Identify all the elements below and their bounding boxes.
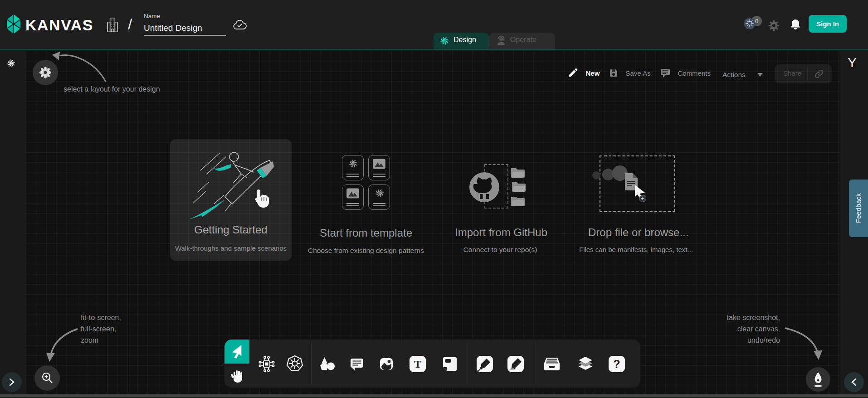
settings-gear-icon[interactable] (768, 20, 780, 31)
component-tool-button[interactable] (258, 355, 276, 373)
template-card[interactable] (305, 145, 427, 258)
chevron-left-icon (851, 378, 857, 386)
github-folder-icon-3 (511, 196, 526, 207)
layers-tool-button[interactable] (576, 355, 595, 373)
design-name-input[interactable]: Untitled Design (144, 23, 202, 33)
bottom-right-hint-text: take screenshot, clear canvas, undo/redo (697, 312, 780, 346)
shapes-tool-button[interactable] (318, 355, 336, 373)
notifications-bell-icon[interactable] (790, 19, 801, 30)
operate-tab-icon (496, 35, 507, 46)
share-link-icon (814, 70, 824, 78)
operate-tab-label: Operate (510, 36, 536, 44)
zoom-button[interactable] (34, 365, 60, 391)
github-subtitle: Connect to your repo(s) (455, 246, 546, 254)
getting-started-title: Getting Started (170, 223, 292, 236)
drop-circle-1 (592, 171, 600, 180)
tab-operate[interactable]: Operate (489, 33, 555, 49)
horizontal-scrollbar-thumb[interactable] (0, 394, 868, 397)
dock-divider-2 (468, 342, 468, 385)
drop-subtitle: Files can be manifests, images, text... (576, 246, 696, 253)
bottom-left-hint-text: fit-to-screen, full-screen, zoom (81, 312, 121, 346)
brand-wordmark: KANVAS (25, 16, 93, 34)
expand-left-panel-button[interactable] (2, 372, 22, 392)
feedback-label: Feedback (849, 180, 868, 237)
save-as-button[interactable]: Save As (609, 68, 651, 78)
text-tool-tile: T (410, 356, 426, 372)
pen-nib-icon (812, 371, 824, 388)
sketch-tool-button[interactable] (507, 355, 525, 373)
text-tool-button[interactable]: T (409, 355, 427, 373)
component-circuit-icon (258, 355, 276, 373)
share-divider (807, 67, 808, 81)
pan-tool-button[interactable] (224, 364, 249, 388)
shapes-icon (318, 355, 336, 373)
select-tool-button[interactable] (224, 340, 249, 364)
help-tool-button[interactable]: ? (608, 355, 626, 373)
actions-dropdown[interactable]: Actions (722, 70, 763, 79)
drop-title: Drop file or browse... (588, 226, 684, 239)
comments-button[interactable]: Comments (660, 68, 711, 78)
save-icon (609, 68, 618, 78)
new-pencil-icon (568, 68, 578, 78)
getting-started-subtitle: Walk-throughs and sample scenarios (170, 244, 292, 252)
template-subtitle: Choose from existing design patterns (296, 247, 436, 255)
hand-icon (230, 369, 244, 383)
pen-button[interactable] (806, 367, 830, 392)
kubernetes-tool-button[interactable] (286, 355, 304, 373)
kanvas-logo-icon[interactable] (5, 14, 22, 34)
help-tile: ? (609, 356, 625, 372)
layout-hint-arrow (48, 49, 109, 85)
dock-divider-1 (311, 342, 312, 385)
drawer-icon (543, 355, 561, 373)
template-thumb-1 (342, 155, 364, 180)
new-label: New (585, 69, 600, 77)
comments-icon (660, 68, 670, 78)
image-icon (377, 355, 395, 373)
kubernetes-wheel-icon (286, 355, 304, 373)
rocket-illustration (180, 144, 286, 219)
share-button[interactable]: Share (775, 64, 832, 83)
pen-tool-button[interactable] (476, 355, 494, 373)
template-thumb-2 (368, 155, 390, 180)
new-button[interactable]: New (568, 68, 600, 78)
share-label: Share (783, 69, 801, 77)
github-title: Import from GitHub (455, 226, 546, 239)
image-tool-button[interactable] (377, 355, 395, 373)
layout-hint-text: select a layout for your design (63, 85, 160, 93)
note-tool-button[interactable] (441, 355, 459, 373)
github-folder-icon-2 (512, 182, 527, 192)
organization-icon[interactable] (105, 17, 120, 33)
breadcrumb-separator: / (128, 15, 132, 33)
template-thumb-3 (342, 184, 364, 210)
sign-in-label: Sign In (816, 20, 839, 28)
pen-hint-arrow (781, 323, 823, 363)
kubernetes-context-icon[interactable] (743, 17, 756, 30)
design-tab-icon (439, 36, 449, 46)
save-as-label: Save As (625, 69, 650, 77)
design-tab-label: Design (454, 36, 476, 44)
sign-in-button[interactable]: Sign In (809, 15, 847, 33)
github-card[interactable] (454, 150, 549, 258)
zoom-in-icon (41, 371, 54, 385)
feedback-tab[interactable]: Feedback (849, 180, 868, 237)
cursor-arrow-icon (230, 345, 243, 359)
template-thumb-4 (368, 184, 390, 210)
drop-file-card[interactable]: + (585, 150, 689, 258)
chevron-right-icon (9, 378, 15, 386)
pointer-hand-cursor (252, 188, 269, 209)
cloud-sync-icon[interactable] (232, 19, 247, 31)
drawer-tool-button[interactable] (543, 355, 561, 373)
design-name-underline (144, 35, 226, 36)
comment-tool-button[interactable] (348, 355, 366, 373)
layer5-y-logo: Y (848, 55, 857, 70)
pen-tool-icon (476, 355, 494, 373)
github-octocat-icon (469, 172, 500, 203)
tab-design[interactable]: Design (434, 33, 489, 49)
actions-label: Actions (722, 71, 746, 78)
actions-caret-icon (757, 73, 763, 77)
note-icon (441, 355, 459, 373)
sketch-pencil-icon (507, 355, 525, 373)
comments-label: Comments (678, 69, 711, 77)
expand-right-panel-button[interactable] (844, 372, 864, 392)
meshery-spinner-icon[interactable] (6, 58, 16, 68)
